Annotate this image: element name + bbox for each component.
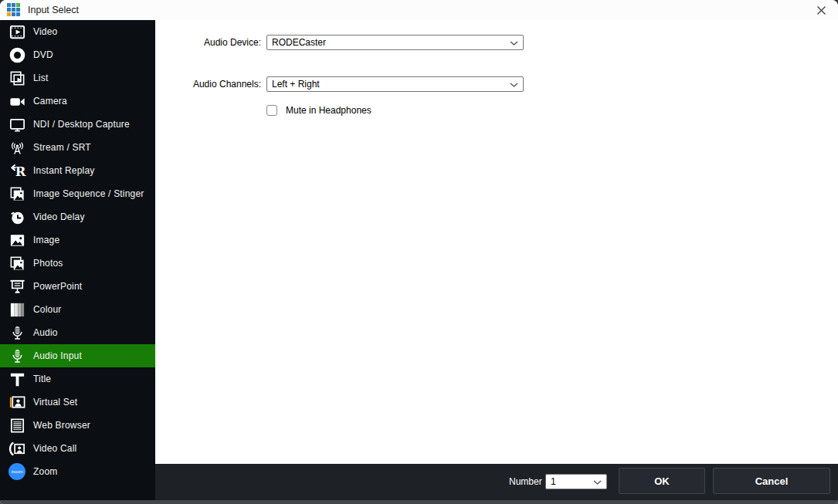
antenna-icon (8, 138, 26, 157)
audio-device-label: Audio Device: (161, 35, 261, 50)
sidebar-item-label: Title (33, 367, 51, 391)
sidebar-item-label: PowerPoint (33, 275, 82, 298)
sidebar-item-label: Instant Replay (33, 159, 95, 182)
image-stack-icon (8, 184, 26, 203)
number-value: 1 (551, 476, 556, 487)
sidebar-item-video[interactable]: Video (0, 20, 155, 43)
input-type-sidebar: Video DVD List Camera NDI / Desktop Capt (0, 20, 155, 500)
sidebar-item-web-browser[interactable]: Web Browser (0, 414, 155, 437)
camera-icon (8, 92, 26, 110)
ok-button[interactable]: OK (619, 468, 705, 494)
sidebar-item-label: List (33, 66, 48, 90)
sidebar-item-stream-srt[interactable]: Stream / SRT (0, 136, 155, 159)
zoom-icon: zoom (8, 462, 26, 481)
sidebar-item-video-delay[interactable]: Video Delay (0, 205, 155, 228)
sidebar-item-label: Stream / SRT (33, 136, 91, 159)
video-icon (8, 22, 26, 41)
sidebar-item-label: DVD (33, 43, 53, 66)
sidebar-item-zoom[interactable]: zoom Zoom (0, 460, 155, 483)
sidebar-item-label: Audio (33, 321, 58, 344)
mute-in-headphones-checkbox[interactable] (266, 105, 277, 116)
title-bar: Input Select (0, 0, 838, 20)
image-icon (8, 231, 26, 249)
mute-in-headphones-label: Mute in Headphones (286, 105, 372, 117)
presentation-icon (8, 277, 26, 296)
sidebar-item-label: Audio Input (33, 344, 82, 367)
close-icon (816, 5, 826, 15)
sidebar-item-label: Image Sequence / Stinger (33, 182, 144, 205)
sidebar-item-label: Camera (33, 90, 67, 113)
number-select[interactable]: 1 (545, 474, 607, 489)
microphone-icon (8, 323, 26, 342)
audio-device-select[interactable]: RODECaster (266, 35, 524, 50)
sidebar-item-label: Zoom (33, 460, 57, 483)
sidebar-item-audio-input[interactable]: Audio Input (0, 344, 155, 367)
audio-device-value: RODECaster (272, 37, 326, 48)
audio-channels-select[interactable]: Left + Right (266, 76, 524, 92)
sidebar-item-camera[interactable]: Camera (0, 90, 155, 113)
sidebar-item-list[interactable]: List (0, 66, 155, 90)
sidebar-item-label: Photos (33, 252, 63, 275)
sidebar-item-title[interactable]: Title (0, 367, 155, 391)
sidebar-item-video-call[interactable]: Video Call (0, 437, 155, 460)
sidebar-item-label: Image (33, 228, 59, 252)
dvd-icon (8, 46, 26, 64)
video-call-icon (8, 439, 26, 458)
sidebar-item-label: Video Delay (33, 205, 85, 228)
sidebar-item-label: Virtual Set (33, 391, 77, 414)
audio-channels-value: Left + Right (272, 79, 320, 90)
sidebar-item-audio[interactable]: Audio (0, 321, 155, 344)
vmix-logo-icon (7, 3, 20, 16)
sidebar-item-image[interactable]: Image (0, 228, 155, 252)
sidebar-item-image-sequence-stinger[interactable]: Image Sequence / Stinger (0, 182, 155, 205)
input-select-window: Input Select Video DVD List (0, 0, 838, 504)
close-button[interactable] (808, 1, 834, 19)
clock-icon (8, 208, 26, 226)
sidebar-item-colour[interactable]: Colour (0, 298, 155, 321)
list-icon (8, 69, 26, 87)
web-browser-icon (8, 416, 26, 435)
chevron-down-icon (593, 480, 602, 485)
sidebar-item-label: NDI / Desktop Capture (33, 113, 130, 136)
cancel-button[interactable]: Cancel (713, 468, 830, 494)
chevron-down-icon (510, 83, 518, 87)
chevron-down-icon (510, 41, 518, 46)
sidebar-item-photos[interactable]: Photos (0, 252, 155, 275)
sidebar-item-virtual-set[interactable]: Virtual Set (0, 391, 155, 414)
svg-text:R: R (15, 164, 25, 179)
title-t-icon (8, 370, 26, 388)
sidebar-item-label: Colour (33, 298, 62, 321)
window-title: Input Select (28, 0, 79, 20)
sidebar-item-dvd[interactable]: DVD (0, 43, 155, 66)
sidebar-item-label: Web Browser (33, 414, 90, 437)
settings-panel: Audio Device: RODECaster Audio Channels:… (155, 20, 838, 464)
sidebar-item-powerpoint[interactable]: PowerPoint (0, 275, 155, 298)
colour-gradient-icon (8, 300, 26, 319)
sidebar-item-ndi-desktop-capture[interactable]: NDI / Desktop Capture (0, 113, 155, 136)
svg-text:zoom: zoom (11, 468, 22, 474)
image-stack-icon (8, 254, 26, 272)
monitor-icon (8, 115, 26, 134)
virtual-set-icon (8, 393, 26, 411)
replay-icon: R (8, 161, 26, 180)
sidebar-item-label: Video (33, 20, 57, 43)
audio-channels-label: Audio Channels: (161, 76, 261, 92)
microphone-icon (8, 347, 26, 365)
sidebar-item-label: Video Call (33, 437, 76, 460)
sidebar-item-instant-replay[interactable]: R Instant Replay (0, 159, 155, 182)
window-bottom-edge (0, 500, 838, 504)
number-label: Number (509, 474, 542, 489)
